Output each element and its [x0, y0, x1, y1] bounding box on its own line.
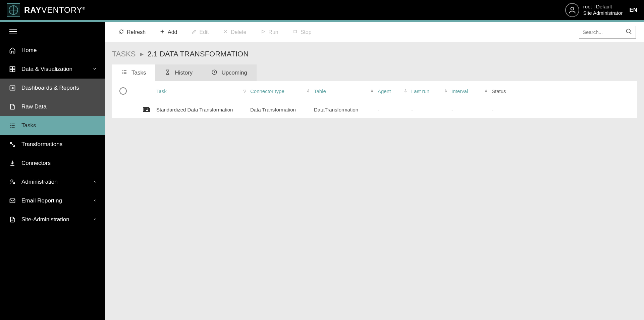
user-tenant: Default: [596, 4, 612, 9]
user-role: Site Administrator: [583, 10, 623, 16]
add-button[interactable]: Add: [154, 26, 182, 38]
column-label: Table: [314, 88, 326, 94]
tab-history[interactable]: History: [155, 64, 202, 81]
column-header-status[interactable]: Status: [492, 88, 519, 94]
sidebar-item-label: Dashboards & Reports: [21, 85, 79, 91]
column-header-task[interactable]: Task ▽: [156, 88, 250, 94]
column-label: Agent: [378, 88, 391, 94]
x-icon: [223, 29, 228, 35]
table-row[interactable]: Standardized Data Transformation Data Tr…: [112, 101, 637, 118]
pencil-icon: [192, 29, 197, 35]
search-button[interactable]: [626, 28, 632, 36]
dashboard-icon: [9, 85, 16, 91]
chevron-left-icon: [93, 217, 97, 222]
grid-panel: Task ▽ Connector type ⇳ Table ⇳ Agent ⇳: [112, 81, 637, 118]
main: Refresh Add Edit Delete: [105, 22, 644, 320]
cell-task: Standardized Data Transformation: [156, 107, 250, 112]
button-label: Delete: [231, 29, 246, 35]
dataviz-icon: [9, 66, 16, 73]
sidebar-item-dashboards[interactable]: Dashboards & Reports: [0, 79, 105, 97]
breadcrumb-current: 2.1 DATA TRANSFORMATION: [148, 50, 249, 58]
svg-rect-3: [10, 70, 12, 72]
row-type-icon: [136, 105, 156, 113]
list-icon: [121, 69, 127, 77]
stop-icon: [292, 29, 298, 35]
person-icon: [568, 6, 577, 14]
cell-interval: -: [451, 107, 492, 112]
cell-agent: -: [378, 107, 411, 112]
transformations-icon: [9, 141, 16, 148]
button-label: Add: [168, 29, 177, 35]
edit-button: Edit: [186, 26, 214, 38]
search-wrap: [579, 26, 636, 39]
user-box[interactable]: root | Default Site Administrator: [565, 3, 623, 17]
sidebar-item-dataviz[interactable]: Data & Visualization: [0, 60, 105, 79]
svg-point-0: [571, 7, 574, 10]
sidebar-item-emailreporting[interactable]: Email Reporting: [0, 191, 105, 210]
topbar-right: root | Default Site Administrator EN: [565, 3, 637, 17]
app-logo[interactable]: [7, 3, 20, 17]
breadcrumb-root[interactable]: TASKS: [112, 50, 136, 58]
sidebar: Home Data & Visualization Dashboards & R…: [0, 22, 105, 320]
sidebar-item-tasks[interactable]: Tasks: [0, 116, 105, 135]
svg-point-13: [627, 29, 631, 33]
column-label: Task: [156, 88, 167, 94]
menu-toggle[interactable]: [9, 29, 17, 34]
breadcrumb: TASKS ▸ 2.1 DATA TRANSFORMATION: [112, 50, 637, 58]
button-label: Run: [268, 29, 278, 35]
sidebar-item-siteadmin[interactable]: Site-Administration: [0, 210, 105, 229]
column-header-agent[interactable]: Agent ⇳: [378, 88, 411, 94]
brand-text: RAYVENTORY®: [24, 5, 85, 15]
sidebar-item-rawdata[interactable]: Raw Data: [0, 97, 105, 116]
brand-bold: RAY: [24, 5, 41, 14]
chevron-left-icon: [93, 180, 97, 184]
cell-table: DataTransformation: [314, 107, 378, 112]
hourglass-icon: [165, 69, 171, 77]
tab-label: Upcoming: [221, 70, 247, 76]
svg-point-11: [12, 220, 13, 221]
column-header-last-run[interactable]: Last run ⇳: [411, 88, 451, 94]
toolbar: Refresh Add Edit Delete: [105, 22, 644, 42]
sort-icon: ⇳: [307, 89, 310, 93]
tab-upcoming[interactable]: Upcoming: [202, 64, 257, 81]
topbar-left: RAYVENTORY®: [7, 3, 85, 17]
tabs: Tasks History Upcoming: [112, 64, 637, 81]
avatar: [565, 3, 579, 17]
sidebar-item-label: Raw Data: [21, 103, 47, 110]
cell-connector-type: Data Transformation: [250, 107, 314, 112]
sidebar-item-connectors[interactable]: Connectors: [0, 154, 105, 173]
siteadmin-icon: [9, 216, 16, 223]
email-icon: [9, 197, 16, 204]
tab-label: History: [175, 70, 193, 76]
sidebar-item-label: Data & Visualization: [21, 66, 72, 73]
svg-rect-12: [294, 30, 297, 33]
admin-icon: [9, 179, 16, 185]
nav: Home Data & Visualization Dashboards & R…: [0, 41, 105, 320]
refresh-button[interactable]: Refresh: [113, 26, 151, 38]
content: TASKS ▸ 2.1 DATA TRANSFORMATION Tasks Hi…: [105, 42, 644, 320]
button-label: Edit: [200, 29, 209, 35]
column-header-interval[interactable]: Interval ⇳: [451, 88, 492, 94]
language-selector[interactable]: EN: [629, 7, 637, 13]
sidebar-item-administration[interactable]: Administration: [0, 173, 105, 191]
sidebar-item-label: Transformations: [21, 141, 62, 148]
search-input[interactable]: [583, 29, 626, 35]
column-label: Interval: [451, 88, 468, 94]
svg-rect-4: [13, 70, 15, 72]
column-header-connector-type[interactable]: Connector type ⇳: [250, 88, 314, 94]
sidebar-item-label: Connectors: [21, 160, 51, 167]
chevron-down-icon: [93, 67, 97, 72]
column-header-table[interactable]: Table ⇳: [314, 88, 378, 94]
sort-icon: ⇳: [484, 89, 488, 93]
play-icon: [260, 29, 266, 35]
cell-status: -: [492, 107, 519, 112]
tasks-icon: [9, 122, 16, 129]
sidebar-item-home[interactable]: Home: [0, 41, 105, 60]
select-all-toggle[interactable]: [119, 87, 127, 95]
sort-icon: ⇳: [370, 89, 374, 93]
sidebar-item-transformations[interactable]: Transformations: [0, 135, 105, 154]
topbar: RAYVENTORY® root | Default Site Administ…: [0, 0, 644, 20]
column-label: Status: [492, 88, 506, 94]
column-label: Connector type: [250, 88, 284, 94]
tab-tasks[interactable]: Tasks: [112, 64, 155, 81]
